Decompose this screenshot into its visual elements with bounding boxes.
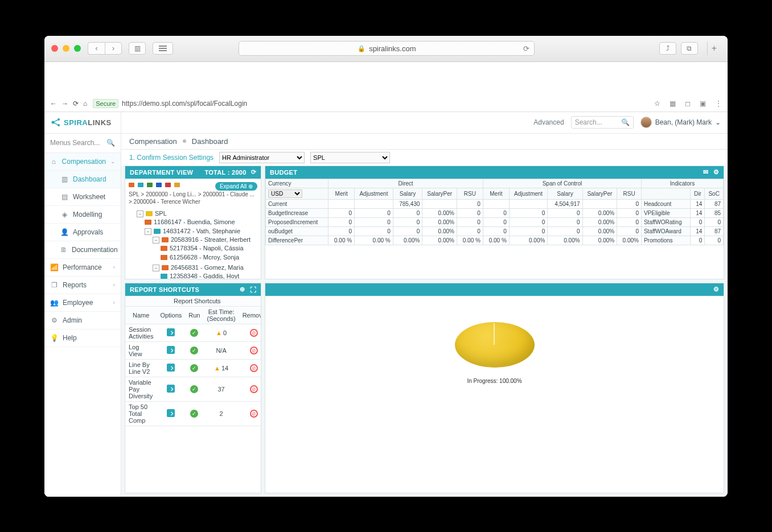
tree-label: 52178354 - Napoli, Cássia bbox=[170, 245, 244, 251]
remove-button[interactable]: ⊘ bbox=[250, 364, 258, 372]
global-search-input[interactable]: Search... 🔍 bbox=[571, 116, 634, 129]
advanced-link[interactable]: Advanced bbox=[533, 118, 564, 126]
sidebar-button[interactable]: ▥ bbox=[129, 42, 146, 55]
tree-label: 12358348 - Gaddis, Hoyt bbox=[170, 273, 239, 279]
share-button[interactable]: ⤴ bbox=[659, 42, 676, 55]
ext-icon-2[interactable]: ◻ bbox=[685, 100, 691, 108]
currency-select[interactable]: USD bbox=[268, 189, 302, 198]
zoom-window-button[interactable] bbox=[74, 45, 81, 52]
sidebar-item-documentation[interactable]: 🗎Documentation bbox=[44, 241, 121, 259]
tabs-button[interactable]: ⧉ bbox=[681, 42, 698, 55]
tree-node[interactable]: 11686147 - Buendia, Simone bbox=[145, 217, 257, 226]
tree-toggle-icon[interactable]: − bbox=[137, 211, 143, 217]
sidebar-item-employee[interactable]: 👥Employee‹ bbox=[44, 294, 121, 312]
breadcrumb: Compensation Dashboard bbox=[121, 134, 728, 150]
shortcut-name[interactable]: Line By Line V2 bbox=[125, 359, 157, 377]
bookmark-star-icon[interactable]: ☆ bbox=[654, 100, 660, 108]
warning-icon: ▲ bbox=[214, 365, 220, 372]
inner-home-icon[interactable]: ⌂ bbox=[83, 100, 87, 108]
shortcut-name[interactable]: Variable Pay Diversity bbox=[125, 377, 157, 401]
add-shortcut-icon[interactable]: ⊕ bbox=[240, 286, 245, 293]
sidebar-item-modelling[interactable]: ◈Modelling bbox=[44, 206, 121, 224]
reload-icon[interactable]: ⟳ bbox=[523, 44, 529, 53]
options-button[interactable] bbox=[167, 364, 175, 372]
remove-button[interactable]: ⊘ bbox=[250, 410, 258, 418]
run-button[interactable]: ✓ bbox=[190, 364, 198, 372]
inner-back-icon[interactable]: ← bbox=[50, 100, 57, 108]
remove-button[interactable]: ⊘ bbox=[250, 385, 258, 393]
user-menu[interactable]: Bean, (Mark) Mark ⌄ bbox=[640, 117, 721, 128]
nav-label: Employee bbox=[63, 299, 93, 307]
est-time: 2 bbox=[204, 401, 239, 426]
tree-root[interactable]: −SPL11686147 - Buendia, Simone−14831472 … bbox=[137, 209, 257, 279]
gear-icon[interactable]: ⚙ bbox=[713, 168, 719, 176]
sidebar-item-dashboard[interactable]: ▥Dashboard bbox=[44, 171, 121, 188]
sidebar-item-admin[interactable]: ⚙Admin bbox=[44, 312, 121, 329]
tree-toggle-icon[interactable]: − bbox=[153, 237, 159, 244]
tree-node[interactable]: −26456831 - Gomez, Maria12358348 - Gaddi… bbox=[153, 263, 257, 279]
safari-window: ‹ › ▥ 🔒 spiralinks.com ⟳ ⤴ ⧉ + ← → ⟳ ⌂ S… bbox=[44, 36, 728, 497]
options-button[interactable] bbox=[167, 346, 175, 354]
tree-node[interactable]: 52178354 - Napoli, Cássia bbox=[161, 244, 257, 253]
tree-toggle-icon[interactable]: − bbox=[153, 265, 159, 271]
minimize-window-button[interactable] bbox=[63, 45, 69, 52]
sidebar-item-help[interactable]: 💡Help bbox=[44, 329, 121, 347]
shortcut-row: Line By Line V2✓▲14⊘ bbox=[125, 359, 261, 377]
remove-button[interactable]: ⊘ bbox=[250, 329, 258, 337]
budget-table: CurrencyDirectSpan of ControlIndicatorsU… bbox=[265, 179, 724, 245]
confirm-session-link[interactable]: 1. Confirm Session Settings bbox=[129, 154, 213, 162]
sidebar-item-performance[interactable]: 📶Performance‹ bbox=[44, 259, 121, 277]
inner-url-text: https://demo.spl.com/spl/focal/FocalLogi… bbox=[122, 100, 247, 108]
inner-reload-icon[interactable]: ⟳ bbox=[73, 100, 79, 108]
expand-all-button[interactable]: Expand All ⊕ bbox=[215, 182, 257, 191]
role-select[interactable]: HR Administrator bbox=[219, 152, 305, 163]
close-window-button[interactable] bbox=[51, 45, 58, 52]
sidebar-item-compensation[interactable]: ⌂ Compensation ⌄ bbox=[44, 153, 121, 171]
tree-node[interactable]: −14831472 - Vath, Stephanie−20583916 - S… bbox=[145, 226, 257, 279]
options-button[interactable] bbox=[167, 409, 175, 417]
folder-color-swatch bbox=[165, 183, 171, 187]
safari-toolbar: ‹ › ▥ 🔒 spiralinks.com ⟳ ⤴ ⧉ + bbox=[44, 36, 728, 62]
options-button[interactable] bbox=[167, 328, 175, 336]
tree-node[interactable]: 12358348 - Gaddis, Hoyt bbox=[161, 271, 257, 279]
breadcrumb-root[interactable]: Compensation bbox=[129, 137, 177, 146]
run-button[interactable]: ✓ bbox=[190, 347, 198, 354]
sidebar-item-reports[interactable]: ❐Reports‹ bbox=[44, 277, 121, 294]
inner-browser-bar: ← → ⟳ ⌂ Secure https://demo.spl.com/spl/… bbox=[44, 96, 728, 112]
shortcut-name[interactable]: Top 50 Total Comp bbox=[125, 401, 157, 426]
org-select[interactable]: SPL bbox=[310, 152, 390, 163]
run-button[interactable]: ✓ bbox=[190, 329, 198, 337]
brand-logo[interactable]: SPIRALINKS bbox=[44, 112, 121, 134]
est-time: N/A bbox=[204, 341, 239, 359]
refresh-icon[interactable]: ⟳ bbox=[251, 168, 256, 176]
remove-button[interactable]: ⊘ bbox=[250, 347, 258, 354]
expand-icon[interactable]: ⛶ bbox=[250, 286, 256, 293]
menu-search[interactable]: Menus Search... 🔍 bbox=[44, 134, 121, 153]
options-button[interactable] bbox=[167, 385, 175, 393]
address-bar[interactable]: 🔒 spiralinks.com ⟳ bbox=[239, 41, 535, 56]
tree-node[interactable]: 61256628 - Mcroy, Sonja bbox=[161, 253, 257, 262]
new-tab-button[interactable]: + bbox=[707, 42, 721, 55]
shortcut-name[interactable]: Session Activities bbox=[125, 324, 157, 341]
sidebar-item-worksheet[interactable]: ▤Worksheet bbox=[44, 188, 121, 206]
folder-color-swatch bbox=[156, 183, 162, 187]
email-icon[interactable]: ✉ bbox=[703, 168, 708, 176]
run-button[interactable]: ✓ bbox=[190, 385, 198, 393]
ext-icon-1[interactable]: ▦ bbox=[670, 100, 676, 108]
reader-button[interactable] bbox=[153, 42, 173, 55]
shortcut-name[interactable]: Log View bbox=[125, 341, 157, 359]
tree-toggle-icon[interactable]: − bbox=[145, 228, 151, 235]
forward-button[interactable]: › bbox=[105, 42, 122, 55]
panel-header: DEPARTMENT VIEW TOTAL : 2000 ⟳ bbox=[125, 166, 261, 179]
ext-icon-3[interactable]: ▣ bbox=[700, 100, 706, 108]
inner-forward-icon[interactable]: → bbox=[61, 100, 68, 108]
gear-icon[interactable]: ⚙ bbox=[713, 286, 719, 293]
run-button[interactable]: ✓ bbox=[190, 410, 198, 418]
signal-icon: 📶 bbox=[50, 263, 58, 271]
shortcut-row: Log View✓N/A⊘ bbox=[125, 341, 261, 359]
sidebar-item-approvals[interactable]: 👤Approvals bbox=[44, 224, 121, 241]
back-button[interactable]: ‹ bbox=[88, 42, 105, 55]
folder-icon bbox=[146, 211, 153, 216]
tree-node[interactable]: −20583916 - Streater, Herbert52178354 - … bbox=[153, 235, 257, 263]
kebab-menu-icon[interactable]: ⋮ bbox=[715, 100, 722, 108]
